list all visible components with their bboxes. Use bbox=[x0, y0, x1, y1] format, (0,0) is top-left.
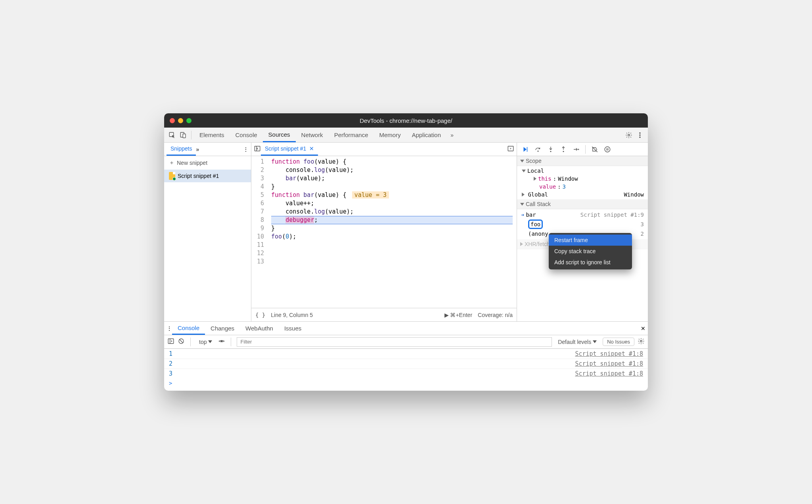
deactivate-breakpoints-icon[interactable] bbox=[589, 143, 601, 155]
filter-input[interactable] bbox=[237, 337, 552, 347]
sidebar-tab-snippets[interactable]: Snippets bbox=[167, 143, 196, 156]
svg-point-13 bbox=[578, 149, 579, 150]
show-navigator-icon[interactable] bbox=[254, 145, 261, 153]
snippet-item-label: Script snippet #1 bbox=[178, 173, 219, 179]
inspect-element-icon[interactable] bbox=[167, 130, 178, 141]
tab-network[interactable]: Network bbox=[296, 128, 329, 142]
sidebar-more-icon[interactable]: ⋮ bbox=[243, 146, 249, 153]
context-menu: Restart frame Copy stack trace Add scrip… bbox=[549, 233, 632, 269]
drawer-tab-console[interactable]: Console bbox=[172, 322, 205, 335]
context-selector[interactable]: top bbox=[196, 338, 215, 346]
svg-rect-2 bbox=[183, 134, 186, 138]
svg-point-5 bbox=[640, 134, 640, 135]
svg-point-11 bbox=[550, 151, 552, 152]
context-menu-add-ignore-list[interactable]: Add script to ignore list bbox=[549, 257, 632, 268]
svg-point-4 bbox=[640, 132, 640, 133]
new-snippet-button[interactable]: ＋ New snippet bbox=[164, 156, 251, 170]
maximize-window-icon[interactable] bbox=[186, 118, 192, 123]
snippet-item[interactable]: Script snippet #1 bbox=[164, 170, 251, 182]
resume-icon[interactable] bbox=[519, 143, 531, 155]
new-snippet-label: New snippet bbox=[177, 160, 207, 166]
callstack-frame[interactable]: foo3 bbox=[517, 220, 648, 229]
inline-value: value = 3 bbox=[352, 191, 389, 199]
cursor-position: Line 9, Column 5 bbox=[271, 312, 313, 318]
clear-console-icon[interactable] bbox=[178, 338, 185, 346]
code-line[interactable]: function bar(value) {value = 3 bbox=[271, 191, 513, 199]
code-line[interactable]: } bbox=[271, 183, 513, 191]
tab-application[interactable]: Application bbox=[406, 128, 446, 142]
close-drawer-icon[interactable]: ✕ bbox=[641, 325, 645, 332]
code-line[interactable]: console.log(value); bbox=[271, 208, 513, 216]
console-sidebar-icon[interactable] bbox=[167, 338, 174, 346]
drawer-tab-webauthn[interactable]: WebAuthn bbox=[240, 322, 279, 335]
coverage-status: Coverage: n/a bbox=[478, 312, 513, 318]
live-expression-icon[interactable] bbox=[218, 338, 225, 346]
scope-local[interactable]: Local bbox=[517, 167, 648, 175]
drawer-more-icon[interactable]: ⋮ bbox=[167, 325, 172, 332]
issues-button[interactable]: No Issues bbox=[603, 338, 634, 346]
run-hint[interactable]: ▶ ⌘+Enter bbox=[444, 312, 473, 318]
svg-point-20 bbox=[640, 340, 642, 342]
code-line[interactable]: function foo(value) { bbox=[271, 158, 513, 166]
code-line[interactable]: } bbox=[271, 224, 513, 233]
close-window-icon[interactable] bbox=[170, 118, 175, 123]
minimize-window-icon[interactable] bbox=[178, 118, 183, 123]
console-line[interactable]: 2Script snippet #1:8 bbox=[164, 359, 648, 368]
window-title: DevTools - chrome://new-tab-page/ bbox=[164, 117, 648, 124]
svg-point-3 bbox=[628, 134, 630, 136]
svg-point-12 bbox=[563, 151, 564, 152]
close-tab-icon[interactable]: ✕ bbox=[309, 145, 314, 152]
code-line[interactable]: console.log(value); bbox=[271, 166, 513, 174]
more-sidebar-tabs-icon[interactable]: » bbox=[196, 146, 199, 153]
scope-var-this[interactable]: this: Window bbox=[517, 175, 648, 183]
svg-point-14 bbox=[605, 147, 610, 152]
plus-icon: ＋ bbox=[169, 159, 174, 166]
code-line[interactable]: foo(0); bbox=[271, 233, 513, 241]
svg-rect-16 bbox=[608, 148, 609, 151]
context-menu-restart-frame[interactable]: Restart frame bbox=[549, 235, 632, 246]
pause-on-exceptions-icon[interactable] bbox=[601, 143, 613, 155]
console-prompt[interactable]: > bbox=[164, 378, 648, 388]
step-out-icon[interactable] bbox=[557, 143, 569, 155]
step-into-icon[interactable] bbox=[545, 143, 557, 155]
code-line[interactable]: debugger; bbox=[271, 216, 513, 224]
svg-rect-15 bbox=[607, 148, 607, 151]
tab-performance[interactable]: Performance bbox=[329, 128, 374, 142]
drawer-tab-issues[interactable]: Issues bbox=[279, 322, 307, 335]
svg-rect-9 bbox=[527, 147, 528, 152]
context-menu-copy-stack-trace[interactable]: Copy stack trace bbox=[549, 246, 632, 257]
drawer-tab-changes[interactable]: Changes bbox=[205, 322, 240, 335]
tab-memory[interactable]: Memory bbox=[374, 128, 406, 142]
editor-tab[interactable]: Script snippet #1 ✕ bbox=[261, 143, 318, 156]
console-line[interactable]: 1Script snippet #1:8 bbox=[164, 349, 648, 359]
step-over-icon[interactable] bbox=[532, 143, 544, 155]
log-levels-selector[interactable]: Default levels bbox=[555, 338, 599, 346]
tab-elements[interactable]: Elements bbox=[194, 128, 230, 142]
console-line[interactable]: 3Script snippet #1:8 bbox=[164, 368, 648, 378]
tab-console[interactable]: Console bbox=[230, 128, 263, 142]
more-tabs-icon[interactable]: » bbox=[446, 130, 458, 141]
editor-tab-label: Script snippet #1 bbox=[265, 145, 306, 152]
scope-pane-header[interactable]: Scope bbox=[517, 156, 648, 166]
svg-point-10 bbox=[538, 151, 539, 152]
code-line[interactable]: bar(value); bbox=[271, 174, 513, 183]
callstack-frame[interactable]: ➔barScript snippet #1:9 bbox=[517, 210, 648, 220]
settings-icon[interactable] bbox=[623, 130, 634, 141]
run-snippet-icon[interactable] bbox=[507, 145, 514, 153]
callstack-pane-header[interactable]: Call Stack bbox=[517, 199, 648, 209]
scope-global[interactable]: GlobalWindow bbox=[517, 191, 648, 199]
svg-point-6 bbox=[640, 137, 640, 137]
tab-sources[interactable]: Sources bbox=[263, 128, 296, 142]
snippet-file-icon bbox=[169, 172, 175, 180]
svg-rect-17 bbox=[168, 339, 174, 344]
console-settings-icon[interactable] bbox=[638, 338, 645, 346]
pretty-print-icon[interactable]: { } bbox=[255, 312, 265, 318]
step-icon[interactable] bbox=[570, 143, 582, 155]
more-options-icon[interactable] bbox=[634, 130, 645, 141]
toggle-device-icon[interactable] bbox=[178, 130, 189, 141]
scope-var-value[interactable]: value: 3 bbox=[517, 183, 648, 191]
code-line[interactable]: value++; bbox=[271, 199, 513, 208]
